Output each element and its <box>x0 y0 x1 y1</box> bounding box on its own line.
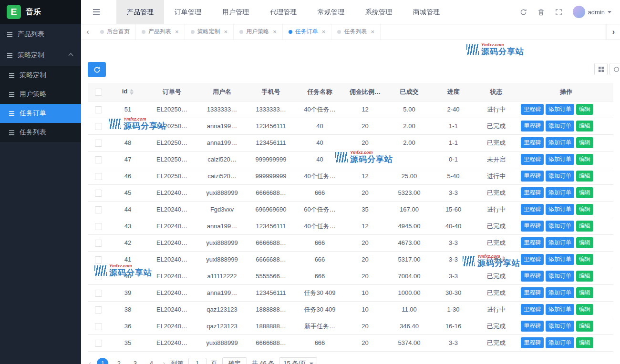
action-button-primary[interactable]: 里程碑 <box>521 104 544 115</box>
tag-close-icon[interactable]: × <box>273 28 277 35</box>
action-button-success[interactable]: 编辑 <box>576 121 593 131</box>
row-checkbox[interactable] <box>95 106 102 113</box>
table-refresh-button[interactable] <box>88 62 106 77</box>
action-button-primary[interactable]: 添加订单 <box>546 104 574 115</box>
action-button-primary[interactable]: 里程碑 <box>521 271 544 282</box>
grid-view-icon[interactable] <box>594 63 608 75</box>
action-button-primary[interactable]: 添加订单 <box>546 204 574 215</box>
row-checkbox[interactable] <box>95 190 102 197</box>
top-tab[interactable]: 常规管理 <box>307 0 355 24</box>
page-number[interactable]: 3 <box>129 358 141 364</box>
action-button-primary[interactable]: 添加订单 <box>546 254 574 265</box>
row-checkbox[interactable] <box>95 323 102 330</box>
row-checkbox[interactable] <box>95 123 102 130</box>
sidebar-subitem[interactable]: 用户策略 <box>0 85 81 104</box>
page-number[interactable]: 1 <box>97 358 108 364</box>
tag-item[interactable]: 后台首页 <box>94 24 136 40</box>
action-button-primary[interactable]: 里程碑 <box>521 254 544 265</box>
action-button-primary[interactable]: 添加订单 <box>546 171 574 182</box>
action-button-primary[interactable]: 里程碑 <box>521 321 544 332</box>
action-button-primary[interactable]: 里程碑 <box>521 237 544 248</box>
row-checkbox[interactable] <box>95 206 102 213</box>
column-settings-icon[interactable] <box>610 63 620 75</box>
menu-collapse-icon[interactable] <box>81 8 112 16</box>
action-button-success[interactable]: 编辑 <box>576 271 593 282</box>
action-button-success[interactable]: 编辑 <box>576 304 593 315</box>
row-checkbox[interactable] <box>95 340 102 347</box>
action-button-success[interactable]: 编辑 <box>576 104 593 115</box>
tag-close-icon[interactable]: × <box>322 28 326 35</box>
action-button-primary[interactable]: 添加订单 <box>546 237 574 248</box>
action-button-success[interactable]: 编辑 <box>576 204 593 215</box>
action-button-primary[interactable]: 里程碑 <box>521 204 544 215</box>
tag-item[interactable]: 任务订单× <box>283 24 332 40</box>
tag-close-icon[interactable]: × <box>224 28 228 35</box>
action-button-primary[interactable]: 里程碑 <box>521 287 544 298</box>
sidebar-item[interactable]: 策略定制 <box>0 45 81 66</box>
row-checkbox[interactable] <box>95 256 102 263</box>
action-button-primary[interactable]: 里程碑 <box>521 187 544 198</box>
row-checkbox[interactable] <box>95 156 102 163</box>
next-page-icon[interactable]: › <box>162 359 166 364</box>
fullscreen-icon[interactable] <box>555 9 562 16</box>
action-button-success[interactable]: 编辑 <box>576 137 593 148</box>
row-checkbox[interactable] <box>95 306 102 313</box>
action-button-primary[interactable]: 添加订单 <box>546 154 574 165</box>
page-number[interactable]: 2 <box>113 358 124 364</box>
action-button-success[interactable]: 编辑 <box>576 237 593 248</box>
action-button-success[interactable]: 编辑 <box>576 221 593 232</box>
sidebar-subitem[interactable]: 任务订单 <box>0 104 81 123</box>
action-button-success[interactable]: 编辑 <box>576 187 593 198</box>
top-tab[interactable]: 产品管理 <box>116 0 164 24</box>
action-button-primary[interactable]: 里程碑 <box>521 171 544 182</box>
sidebar-item[interactable]: 产品列表 <box>0 24 81 45</box>
action-button-primary[interactable]: 添加订单 <box>546 337 574 348</box>
page-jump-input[interactable] <box>188 358 207 364</box>
action-button-success[interactable]: 编辑 <box>576 154 593 165</box>
top-tab[interactable]: 系统管理 <box>355 0 403 24</box>
action-button-success[interactable]: 编辑 <box>576 171 593 182</box>
row-checkbox[interactable] <box>95 240 102 247</box>
row-checkbox[interactable] <box>95 140 102 147</box>
tag-close-icon[interactable]: × <box>371 28 374 35</box>
tag-close-icon[interactable]: × <box>175 28 179 35</box>
user-menu[interactable]: admin <box>573 6 611 18</box>
tags-scroll-right-icon[interactable]: › <box>607 24 620 40</box>
jump-confirm-button[interactable]: 确定 <box>222 357 247 364</box>
top-tab[interactable]: 订单管理 <box>164 0 212 24</box>
action-button-primary[interactable]: 添加订单 <box>546 304 574 315</box>
action-button-primary[interactable]: 添加订单 <box>546 187 574 198</box>
sidebar-subitem[interactable]: 策略定制 <box>0 66 81 85</box>
page-number[interactable]: 4 <box>145 358 157 364</box>
refresh-icon[interactable] <box>520 9 527 16</box>
row-checkbox[interactable] <box>95 290 102 297</box>
row-checkbox[interactable] <box>95 223 102 230</box>
tag-item[interactable]: 用户策略× <box>234 24 283 40</box>
action-button-primary[interactable]: 里程碑 <box>521 154 544 165</box>
sort-icon[interactable] <box>130 87 134 97</box>
action-button-primary[interactable]: 添加订单 <box>546 137 574 148</box>
select-all-checkbox[interactable] <box>95 89 102 96</box>
tag-item[interactable]: 任务列表× <box>331 24 381 40</box>
action-button-primary[interactable]: 里程碑 <box>521 337 544 348</box>
top-tab[interactable]: 用户管理 <box>212 0 259 24</box>
action-button-primary[interactable]: 添加订单 <box>546 287 574 298</box>
tag-item[interactable]: 产品列表× <box>136 24 185 40</box>
row-checkbox[interactable] <box>95 173 102 180</box>
sidebar-subitem[interactable]: 任务列表 <box>0 123 81 142</box>
trash-icon[interactable] <box>537 9 545 16</box>
action-button-success[interactable]: 编辑 <box>576 254 593 265</box>
top-tab[interactable]: 代理管理 <box>259 0 307 24</box>
tag-item[interactable]: 策略定制× <box>185 24 234 40</box>
action-button-primary[interactable]: 里程碑 <box>521 304 544 315</box>
top-tab[interactable]: 商城管理 <box>403 0 450 24</box>
action-button-primary[interactable]: 添加订单 <box>546 121 574 131</box>
action-button-primary[interactable]: 里程碑 <box>521 121 544 131</box>
action-button-primary[interactable]: 添加订单 <box>546 321 574 332</box>
action-button-success[interactable]: 编辑 <box>576 337 593 348</box>
action-button-success[interactable]: 编辑 <box>576 287 593 298</box>
page-size-select[interactable]: 15 条/页 <box>279 357 317 364</box>
tags-scroll-left-icon[interactable]: ‹ <box>81 28 94 36</box>
action-button-primary[interactable]: 添加订单 <box>546 221 574 232</box>
prev-page-icon[interactable]: ‹ <box>88 359 92 364</box>
